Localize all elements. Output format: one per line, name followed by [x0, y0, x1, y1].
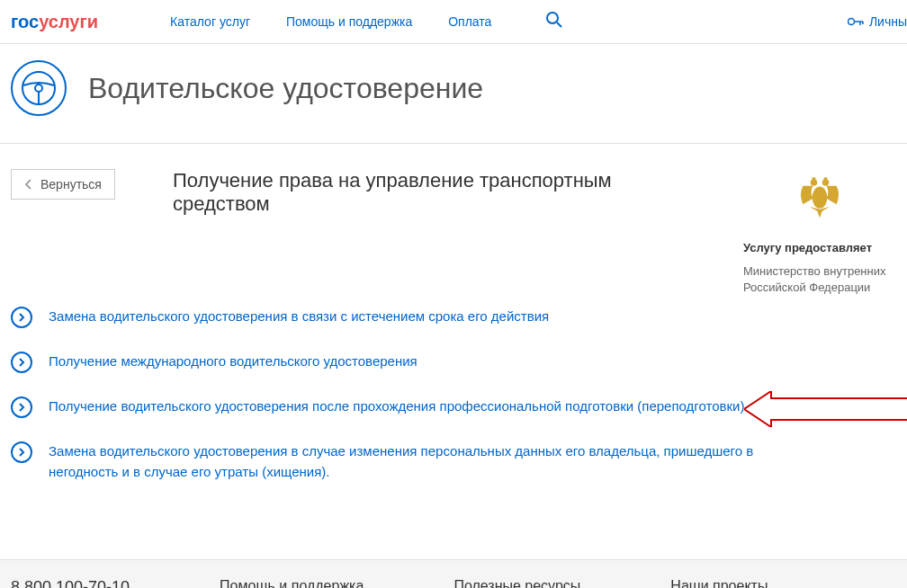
eagle-icon — [795, 169, 845, 219]
svg-rect-13 — [824, 177, 828, 181]
service-link[interactable]: Получение международного водительского у… — [49, 352, 418, 372]
back-label: Вернуться — [40, 177, 102, 192]
key-icon — [848, 16, 864, 27]
mid-column: Получение права на управление транспортн… — [173, 169, 707, 296]
back-button[interactable]: Вернуться — [11, 169, 115, 200]
title-section: Водительское удостоверение — [0, 44, 907, 144]
page-title: Водительское удостоверение — [88, 72, 483, 105]
service-link[interactable]: Получение водительского удостоверения по… — [49, 396, 744, 417]
nav-catalog[interactable]: Каталог услуг — [170, 14, 250, 29]
header: госуслуги Каталог услуг Помощь и поддерж… — [0, 0, 907, 44]
content: Вернуться Получение права на управление … — [0, 144, 907, 296]
chevron-right-icon — [11, 352, 32, 373]
footer-phone: 8 800 100-70-10 — [11, 578, 130, 588]
chevron-right-icon — [11, 441, 32, 463]
logo-suffix: услуги — [39, 12, 98, 31]
left-column: Вернуться — [11, 169, 137, 296]
footer: 8 800 100-70-10 Помощь и поддержка Полез… — [0, 559, 907, 588]
service-link[interactable]: Замена водительского удостоверения в свя… — [49, 307, 549, 327]
logo[interactable]: госуслуги — [11, 12, 98, 32]
footer-help[interactable]: Помощь и поддержка — [220, 578, 364, 588]
svg-point-9 — [813, 187, 828, 209]
chevron-right-icon — [11, 396, 32, 418]
provider-label: Услугу предоставляет — [743, 241, 896, 254]
chevron-right-icon — [11, 307, 32, 328]
steering-wheel-icon — [11, 60, 67, 116]
subtitle: Получение права на управление транспортн… — [173, 169, 707, 216]
annotation-arrow-icon — [744, 391, 907, 427]
account-label: Личны — [869, 14, 907, 29]
search-icon[interactable] — [545, 11, 563, 32]
footer-resources[interactable]: Полезные ресурсы — [454, 578, 580, 588]
svg-point-7 — [35, 85, 42, 92]
svg-point-0 — [547, 13, 558, 23]
nav-help[interactable]: Помощь и поддержка — [286, 14, 412, 29]
provider-name: Министерство внутренних Российской Федер… — [743, 263, 896, 296]
service-link[interactable]: Замена водительского удостоверения в слу… — [49, 441, 767, 482]
svg-line-1 — [557, 22, 561, 27]
service-list: Замена водительского удостоверения в свя… — [0, 296, 907, 559]
svg-rect-12 — [813, 177, 816, 181]
svg-point-2 — [848, 19, 854, 25]
footer-projects[interactable]: Наши проекты — [670, 578, 768, 588]
account-link[interactable]: Личны — [848, 14, 907, 29]
chevron-left-icon — [24, 178, 33, 191]
logo-prefix: гос — [11, 12, 39, 31]
service-item[interactable]: Получение международного водительского у… — [11, 352, 767, 373]
nav-payment[interactable]: Оплата — [448, 14, 491, 29]
provider-column: Услугу предоставляет Министерство внутре… — [743, 169, 896, 296]
service-item[interactable]: Замена водительского удостоверения в слу… — [11, 441, 767, 482]
top-nav: Каталог услуг Помощь и поддержка Оплата — [170, 11, 848, 32]
service-item[interactable]: Замена водительского удостоверения в свя… — [11, 307, 767, 328]
service-item[interactable]: Получение водительского удостоверения по… — [11, 396, 767, 418]
